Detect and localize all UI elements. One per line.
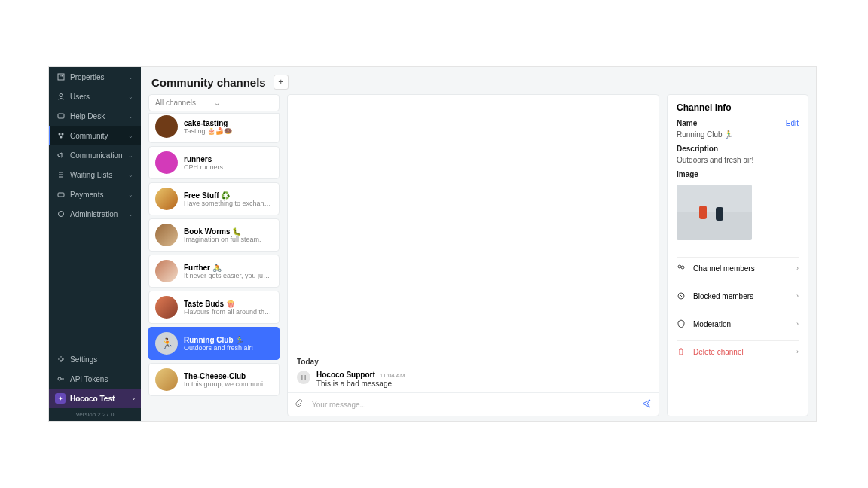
header: Community channels + (141, 67, 816, 94)
chevron-right-icon: › (796, 320, 799, 328)
blocked-icon (677, 291, 687, 300)
info-title: Channel info (677, 102, 799, 113)
payment-icon (57, 190, 66, 199)
image-figure-1 (699, 206, 707, 219)
channel-avatar: 🏃 (155, 332, 178, 355)
gear-icon (57, 355, 66, 364)
sidebar-item-community[interactable]: Community ⌄ (49, 126, 141, 145)
send-button[interactable] (642, 399, 651, 410)
org-label: Hococo Test (70, 395, 133, 403)
channel-members-action[interactable]: Channel members › (677, 257, 799, 279)
channel-item-cheese-club[interactable]: The-Cheese-Club In this group, we commun… (148, 363, 280, 396)
svg-rect-4 (58, 114, 64, 118)
sidebar-item-label: Payments (70, 191, 128, 199)
svg-point-12 (678, 265, 681, 268)
channel-panel: All channels ⌄ cake-tasting Tasting 🎂🍰🍩 (148, 94, 280, 416)
org-switcher[interactable]: ✦ Hococo Test › (49, 389, 141, 408)
app-frame: Properties ⌄ Users ⌄ Help Desk ⌄ Communi… (48, 66, 817, 422)
sidebar-item-administration[interactable]: Administration ⌄ (49, 204, 141, 224)
channel-avatar (155, 296, 178, 319)
message-time: 11:04 AM (380, 372, 405, 379)
chevron-right-icon: › (133, 395, 135, 402)
sidebar-item-label: Properties (70, 73, 128, 81)
channel-avatar (155, 368, 178, 391)
megaphone-icon (57, 151, 66, 160)
chat-body[interactable]: Today H Hococo Support 11:04 AM This is … (288, 95, 659, 392)
sidebar-item-communication[interactable]: Communication ⌄ (49, 145, 141, 165)
date-label: Today (297, 358, 649, 366)
channel-name: Running Club 🏃‍♂️ (184, 336, 273, 344)
attachment-icon[interactable] (295, 398, 306, 411)
helpdesk-icon (57, 111, 66, 120)
sidebar-item-label: Waiting Lists (70, 171, 128, 179)
chevron-down-icon: ⌄ (128, 74, 133, 81)
channel-desc: Outdoors and fresh air! (184, 344, 273, 352)
channel-item-further[interactable]: Further 🚴 It never gets easier, you just… (148, 255, 280, 288)
sidebar-item-label: Settings (70, 355, 133, 364)
chevron-down-icon: ⌄ (128, 172, 133, 178)
key-icon (57, 374, 66, 383)
chat-panel: Today H Hococo Support 11:04 AM This is … (287, 94, 659, 416)
channel-name: Further 🚴 (184, 264, 273, 272)
channel-desc: Have something to exchange?… (184, 200, 273, 207)
image-figure-2 (716, 207, 723, 221)
channel-item-book-worms[interactable]: Book Worms 🐛 Imagination on full steam. (148, 218, 280, 252)
delete-channel-action[interactable]: Delete channel › (677, 340, 799, 362)
sidebar-item-payments[interactable]: Payments ⌄ (49, 185, 141, 204)
channel-desc: Imagination on full steam. (184, 236, 273, 243)
add-channel-button[interactable]: + (274, 75, 289, 90)
channel-filter-dropdown[interactable]: All channels ⌄ (148, 94, 280, 111)
channel-item-runners[interactable]: runners CPH runners (148, 146, 280, 179)
shield-icon (677, 319, 687, 328)
channel-desc: In this group, we communicat… (184, 380, 273, 388)
channel-avatar (155, 151, 178, 174)
svg-point-7 (60, 136, 63, 139)
channel-item-cake-tasting[interactable]: cake-tasting Tasting 🎂🍰🍩 (148, 113, 280, 143)
svg-rect-1 (60, 75, 61, 77)
svg-rect-0 (58, 74, 64, 80)
message-avatar: H (297, 371, 310, 384)
sidebar: Properties ⌄ Users ⌄ Help Desk ⌄ Communi… (49, 67, 141, 421)
sidebar-item-label: API Tokens (70, 375, 133, 383)
channel-item-taste-buds[interactable]: Taste Buds 🍿 Flavours from all around th… (148, 291, 280, 324)
message-author: Hococo Support (316, 371, 375, 379)
info-name-label: Name (677, 119, 786, 127)
chevron-right-icon: › (796, 348, 799, 355)
main: Community channels + All channels ⌄ cake… (141, 67, 816, 421)
sidebar-item-label: Help Desk (70, 112, 128, 120)
channel-avatar (155, 115, 178, 138)
list-icon (57, 170, 66, 179)
chevron-right-icon: › (796, 292, 799, 300)
moderation-action[interactable]: Moderation › (677, 313, 799, 334)
sidebar-item-waitinglists[interactable]: Waiting Lists ⌄ (49, 165, 141, 185)
sidebar-item-settings[interactable]: Settings (49, 349, 141, 369)
blocked-members-action[interactable]: Blocked members › (677, 285, 799, 307)
channel-desc: CPH runners (184, 163, 273, 171)
message-input[interactable] (312, 401, 642, 409)
admin-icon (57, 209, 66, 218)
action-label: Delete channel (693, 348, 796, 356)
channel-desc: Tasting 🎂🍰🍩 (184, 127, 273, 135)
channel-item-free-stuff[interactable]: Free Stuff ♻️ Have something to exchange… (148, 182, 280, 215)
channel-name: runners (184, 155, 273, 163)
channel-name: The-Cheese-Club (184, 372, 273, 380)
svg-point-6 (62, 133, 64, 136)
channel-image (677, 185, 752, 240)
sidebar-item-helpdesk[interactable]: Help Desk ⌄ (49, 106, 141, 126)
channel-avatar (155, 260, 178, 282)
edit-link[interactable]: Edit (786, 119, 799, 127)
chevron-down-icon: ⌄ (128, 211, 133, 218)
content: All channels ⌄ cake-tasting Tasting 🎂🍰🍩 (141, 94, 816, 421)
action-label: Channel members (693, 264, 796, 273)
channel-item-running-club[interactable]: 🏃 Running Club 🏃‍♂️ Outdoors and fresh a… (148, 327, 280, 360)
sidebar-item-users[interactable]: Users ⌄ (49, 87, 141, 106)
sidebar-item-label: Users (70, 93, 128, 101)
svg-point-13 (681, 266, 684, 269)
sidebar-item-properties[interactable]: Properties ⌄ (49, 67, 141, 87)
channel-avatar (155, 224, 178, 246)
info-image-label: Image (677, 170, 799, 178)
svg-point-10 (60, 358, 63, 361)
channel-list[interactable]: cake-tasting Tasting 🎂🍰🍩 runners CPH run… (148, 113, 280, 396)
chevron-down-icon: ⌄ (128, 133, 133, 139)
sidebar-item-api-tokens[interactable]: API Tokens (49, 369, 141, 389)
